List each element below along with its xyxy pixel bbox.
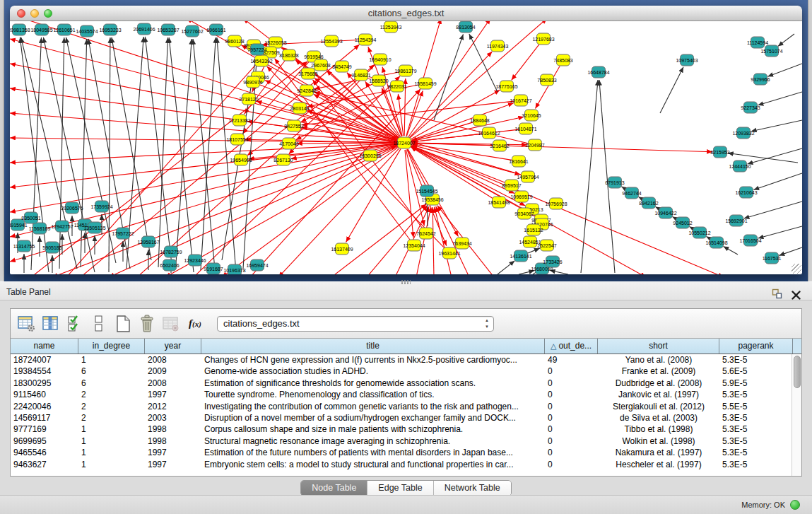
- graph-node[interactable]: 15692901: [725, 215, 747, 226]
- table-row[interactable]: 946362711997Embryonic stem cells: a mode…: [11, 459, 801, 470]
- graph-node[interactable]: 5905185: [42, 242, 61, 253]
- graph-node[interactable]: 10975403: [676, 54, 698, 66]
- table-row[interactable]: 1830029562008Estimation of significance …: [11, 378, 801, 389]
- panel-splitter-handle[interactable]: [399, 279, 412, 285]
- network-canvas[interactable]: 1872400798601288912954182260589827509818…: [10, 21, 802, 274]
- graph-node[interactable]: 17016504: [739, 235, 761, 246]
- graph-node[interactable]: 10550212: [688, 227, 710, 238]
- graph-node[interactable]: 10164612: [478, 127, 500, 139]
- graph-node[interactable]: 16104871: [514, 123, 536, 134]
- graph-node[interactable]: 16953233: [99, 24, 121, 35]
- graph-node[interactable]: 10653287: [157, 24, 179, 35]
- graph-node[interactable]: 18049585: [30, 24, 52, 35]
- graph-node[interactable]: 8215953: [710, 146, 729, 158]
- graph-node[interactable]: 14957964: [517, 171, 539, 182]
- table-header-cell[interactable]: pagerank: [719, 339, 793, 354]
- graph-node[interactable]: 10946422: [654, 207, 676, 218]
- select-all-icon[interactable]: [64, 312, 86, 336]
- graph-node[interactable]: 1884648: [470, 115, 489, 126]
- graph-node[interactable]: 9329966: [751, 74, 770, 85]
- graph-node[interactable]: 6966161: [206, 24, 225, 35]
- scrollbar-thumb[interactable]: [794, 356, 801, 388]
- graph-node[interactable]: 18107554: [226, 134, 248, 145]
- graph-node[interactable]: 19654908: [230, 154, 252, 165]
- graph-node[interactable]: 12610651: [53, 24, 75, 35]
- graph-node[interactable]: 2718120: [239, 93, 258, 105]
- select-column-icon[interactable]: [40, 312, 62, 336]
- graph-node[interactable]: 9146821: [351, 69, 370, 81]
- graph-node[interactable]: 15751074: [760, 45, 782, 57]
- graph-node[interactable]: 2204987: [525, 139, 544, 151]
- table-settings-icon[interactable]: [16, 312, 38, 336]
- graph-node[interactable]: 18300295: [359, 150, 381, 161]
- graph-node[interactable]: 10196378: [223, 264, 245, 274]
- graph-node[interactable]: 8813054: [456, 21, 475, 33]
- graph-node[interactable]: 10167427: [510, 95, 531, 106]
- table-row[interactable]: 1938455462009Genome-wide association stu…: [11, 366, 801, 377]
- graph-node[interactable]: 1167531: [763, 252, 782, 264]
- graph-node[interactable]: 9227343: [741, 102, 760, 113]
- table-row[interactable]: 1456911722003Disruption of a novel membe…: [11, 412, 801, 424]
- graph-node[interactable]: 16210643: [735, 187, 757, 198]
- table-header-cell[interactable]: in_degree: [78, 339, 145, 354]
- graph-node[interactable]: 16940910: [369, 54, 391, 65]
- graph-node[interactable]: 12554393: [320, 35, 342, 47]
- float-panel-icon[interactable]: [772, 286, 782, 297]
- graph-node[interactable]: 9822031: [387, 81, 406, 92]
- graph-node[interactable]: 14136141: [510, 250, 531, 262]
- tab-edge-table[interactable]: Edge Table: [367, 481, 433, 496]
- graph-node[interactable]: 20691406: [133, 23, 155, 35]
- clear-selection-icon[interactable]: [88, 312, 110, 336]
- graph-node[interactable]: 16648784: [587, 66, 609, 78]
- graph-node[interactable]: 12093832: [732, 127, 754, 139]
- table-header-cell[interactable]: △out_de...: [545, 339, 598, 354]
- table-header-cell[interactable]: name: [11, 339, 78, 354]
- graph-node[interactable]: 1588520: [369, 75, 388, 86]
- graph-node[interactable]: 12213382: [228, 115, 250, 126]
- zoom-window-button[interactable]: [44, 9, 52, 18]
- network-graph-svg[interactable]: 1872400798601288912954182260589827509818…: [10, 21, 802, 274]
- table-select[interactable]: citations_edges.txt ▲▼: [217, 316, 494, 332]
- table-header-cell[interactable]: year: [145, 339, 201, 354]
- graph-node[interactable]: 16782759: [160, 246, 182, 257]
- graph-node[interactable]: 19631441: [438, 247, 460, 259]
- graph-node[interactable]: 15277602: [181, 25, 203, 37]
- graph-node[interactable]: 17957222: [112, 228, 134, 239]
- graph-node[interactable]: 11254394: [355, 34, 377, 45]
- table-header-cell[interactable]: short: [598, 339, 719, 354]
- graph-node[interactable]: 8454749: [332, 61, 351, 72]
- tab-node-table[interactable]: Node Table: [301, 481, 367, 496]
- tab-network-table[interactable]: Network Table: [433, 481, 511, 496]
- close-panel-icon[interactable]: [792, 287, 801, 296]
- graph-node[interactable]: 7639434: [452, 238, 471, 249]
- graph-node[interactable]: 12444150: [729, 160, 751, 172]
- table-scrollbar[interactable]: [792, 354, 801, 476]
- graph-node[interactable]: 15581459: [414, 78, 436, 89]
- graph-node[interactable]: 1816641: [509, 156, 528, 167]
- graph-node[interactable]: 3216462: [490, 140, 509, 151]
- graph-node[interactable]: 10756928: [545, 198, 567, 209]
- graph-node[interactable]: 18541498: [488, 197, 510, 208]
- graph-node[interactable]: 19861379: [394, 65, 416, 76]
- graph-node[interactable]: 11974343: [487, 40, 509, 52]
- table-row[interactable]: 946554611997Estimation of the future num…: [11, 447, 801, 458]
- graph-node[interactable]: 7485083: [553, 54, 572, 66]
- table-header-cell[interactable]: title: [201, 339, 545, 354]
- graph-node[interactable]: 2522547: [537, 240, 556, 251]
- close-window-button[interactable]: [17, 9, 25, 18]
- delete-column-icon[interactable]: [160, 312, 182, 336]
- graph-node[interactable]: 16137409: [331, 243, 353, 255]
- network-window-titlebar[interactable]: citations_edges.txt: [10, 6, 802, 21]
- graph-node[interactable]: 1733426: [543, 256, 562, 267]
- graph-node[interactable]: 8959517: [502, 180, 521, 191]
- table-row[interactable]: 911546021997Tourette syndrome. Phenomeno…: [11, 389, 801, 400]
- delete-table-icon[interactable]: [136, 312, 158, 336]
- graph-node[interactable]: 11124594: [747, 37, 768, 48]
- graph-node[interactable]: 10969519: [510, 191, 532, 202]
- function-builder-icon[interactable]: f(x): [184, 312, 206, 336]
- canvas-resize-grip-icon[interactable]: [792, 264, 801, 274]
- graph-node[interactable]: 9191687: [204, 263, 223, 274]
- graph-node[interactable]: 11568169: [29, 223, 51, 234]
- table-row[interactable]: 2242004622012Investigating the contribut…: [11, 401, 801, 412]
- graph-node[interactable]: 2803144: [290, 103, 309, 114]
